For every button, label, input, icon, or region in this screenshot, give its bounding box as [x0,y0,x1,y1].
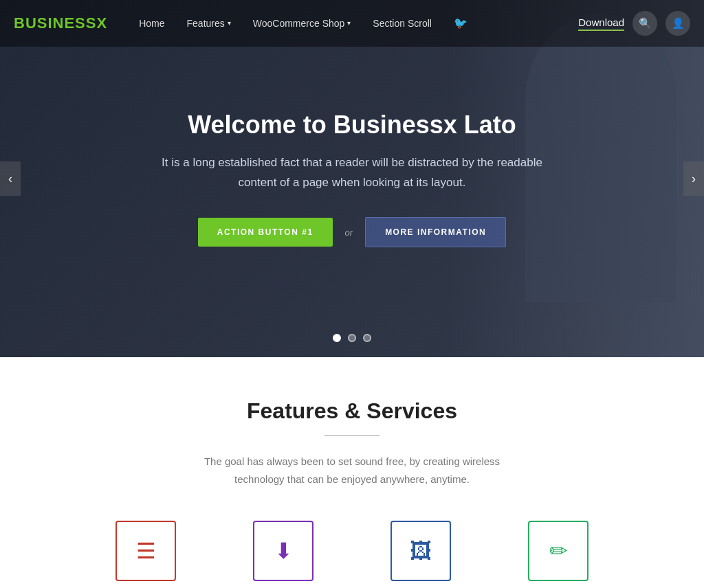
brand-highlight: X [96,14,107,32]
nav-link-features[interactable]: Features ▾ [176,0,242,47]
nav-link-woocommerce[interactable]: WooCommerce Shop ▾ [242,0,362,47]
navbar: BUSINESSX Home Features ▾ WooCommerce Sh… [0,0,704,47]
nav-right: Download 🔍 👤 [578,11,690,36]
chevron-left-icon: ‹ [8,172,12,186]
features-grid: ☰ Three Burgers ⬇ Download Icon 🖼 Media … [43,521,661,588]
feature-item-media-element: 🖼 Media Element [366,521,476,588]
nav-item-woocommerce[interactable]: WooCommerce Shop ▾ [242,0,362,47]
nav-item-section-scroll[interactable]: Section Scroll [362,0,443,47]
media-icon: 🖼 [410,539,432,564]
hero-dot-1[interactable] [333,334,341,342]
pen-icon: ✏ [549,538,568,564]
feature-icon-three-burgers: ☰ [116,521,176,581]
chevron-right-icon: › [692,172,696,186]
feature-item-download-icon: ⬇ Download Icon [228,521,338,588]
hero-dot-2[interactable] [348,334,356,342]
hero-or-text: or [345,227,353,238]
features-section: Features & Services The goal has always … [0,357,704,588]
feature-icon-download: ⬇ [253,521,314,581]
more-information-button[interactable]: MORE INFORMATION [365,217,506,247]
feature-item-three-burgers: ☰ Three Burgers [91,521,201,588]
nav-item-features[interactable]: Features ▾ [176,0,242,47]
woocommerce-dropdown-arrow: ▾ [347,0,351,47]
hero-content: Welcome to Businessx Lato It is a long e… [146,110,558,248]
feature-item-pick-something: ✏ Pick Something [503,521,613,588]
features-subtitle: The goal has always been to set sound fr… [187,453,517,488]
download-link[interactable]: Download [578,16,624,31]
hero-dot-3[interactable] [363,334,371,342]
features-divider [324,435,380,436]
features-title: Features & Services [28,398,676,424]
nav-link-home[interactable]: Home [128,0,175,47]
nav-link-twitter[interactable]: 🐦 [443,0,478,47]
nav-item-twitter[interactable]: 🐦 [443,0,478,47]
user-button[interactable]: 👤 [666,11,690,36]
hero-prev-button[interactable]: ‹ [0,161,21,196]
search-button[interactable]: 🔍 [632,11,657,36]
hero-next-button[interactable]: › [683,161,704,196]
download-icon: ⬇ [274,538,293,564]
hero-title: Welcome to Businessx Lato [160,110,544,139]
hero-section: ‹ Welcome to Businessx Lato It is a long… [0,0,704,357]
brand-text-main: BUSINESS [14,14,96,32]
search-icon: 🔍 [639,17,652,30]
nav-link-section-scroll[interactable]: Section Scroll [362,0,443,47]
burgers-icon: ☰ [136,538,156,564]
nav-links: Home Features ▾ WooCommerce Shop ▾ Secti… [128,0,578,47]
feature-icon-media: 🖼 [390,521,451,581]
hero-subtitle: It is a long established fact that a rea… [160,153,544,193]
user-icon: 👤 [672,17,685,30]
features-dropdown-arrow: ▾ [228,0,231,47]
feature-icon-pick: ✏ [528,521,588,581]
brand-logo[interactable]: BUSINESSX [14,14,107,32]
action-button-1[interactable]: ACTION BUTTON #1 [198,218,333,247]
nav-item-home[interactable]: Home [128,0,175,47]
hero-dots [333,334,371,342]
hero-buttons: ACTION BUTTON #1 or MORE INFORMATION [160,217,544,247]
twitter-icon: 🐦 [454,0,468,47]
